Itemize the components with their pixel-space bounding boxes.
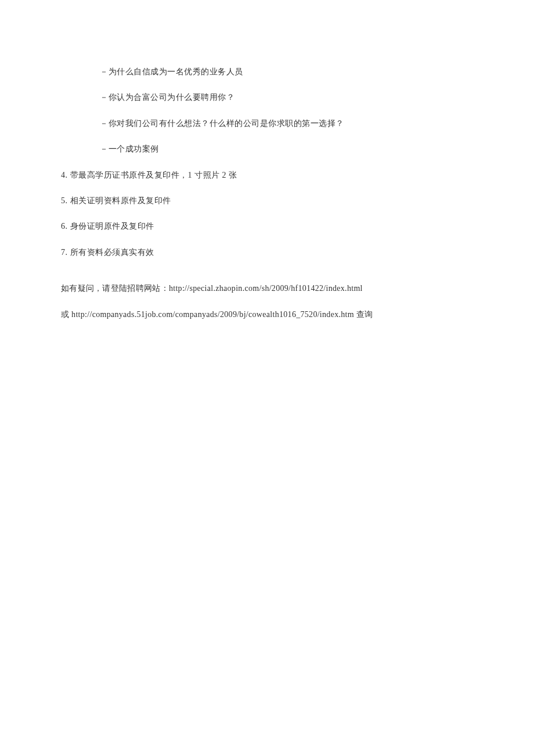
bullet-item-4: －一个成功案例: [61, 143, 473, 156]
spacer: [61, 272, 473, 282]
bullet-item-2: －你认为合富公司为什么要聘用你？: [61, 91, 473, 104]
numbered-item-5: 5. 相关证明资料原件及复印件: [61, 195, 473, 207]
document-content: －为什么自信成为一名优秀的业务人员 －你认为合富公司为什么要聘用你？ －你对我们…: [0, 66, 534, 321]
bullet-item-3: －你对我们公司有什么想法？什么样的公司是你求职的第一选择？: [61, 117, 473, 130]
bullet-item-1: －为什么自信成为一名优秀的业务人员: [61, 66, 473, 78]
alt-url-line: 或 http://companyads.51job.com/companyads…: [61, 308, 473, 321]
numbered-item-7: 7. 所有资料必须真实有效: [61, 246, 473, 259]
numbered-item-4: 4. 带最高学历证书原件及复印件，1 寸照片 2 张: [61, 169, 473, 182]
inquiry-line: 如有疑问，请登陆招聘网站：http://special.zhaopin.com/…: [61, 282, 473, 295]
numbered-item-6: 6. 身份证明原件及复印件: [61, 220, 473, 233]
